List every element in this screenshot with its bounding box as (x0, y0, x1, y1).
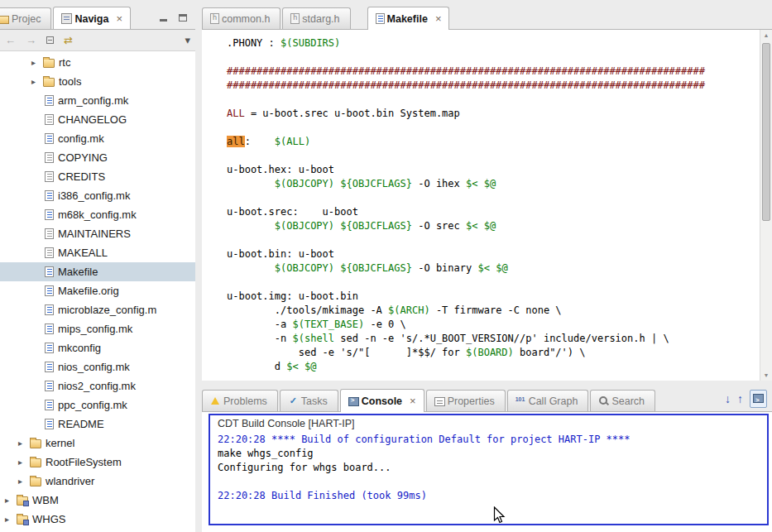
tree-item-wbm[interactable]: ▸WBM (0, 491, 195, 510)
collapsed-arrow-icon[interactable]: ▸ (18, 458, 30, 467)
forward-icon[interactable]: → (26, 34, 36, 46)
close-icon[interactable]: × (410, 396, 416, 406)
tree-item-config-mk[interactable]: config.mk (0, 129, 195, 148)
tree-item-label: README (58, 418, 104, 430)
view-tab-search[interactable]: Search (590, 390, 655, 411)
tasks-icon (288, 395, 299, 406)
code-line (227, 149, 772, 163)
code-line: -a $(TEXT_BASE) -e 0 \ (227, 318, 772, 332)
collapsed-arrow-icon[interactable]: ▸ (18, 477, 30, 486)
tree-item-microblaze-config-m[interactable]: microblaze_config.m (0, 300, 195, 319)
makefile-icon (376, 13, 385, 24)
minimize-button[interactable] (157, 12, 169, 23)
view-tab-tasks[interactable]: Tasks (280, 390, 338, 411)
tree-item-rtc[interactable]: ▸rtc (0, 53, 195, 72)
back-icon[interactable]: ← (5, 34, 16, 46)
tree-item-label: mkconfig (58, 342, 101, 354)
collapsed-arrow-icon[interactable]: ▸ (5, 496, 17, 505)
tree-item-credits[interactable]: CREDITS (0, 167, 195, 186)
scrollbar-thumb[interactable] (762, 43, 770, 221)
tree-item-tools[interactable]: ▸tools (0, 72, 195, 91)
tree-item-nios-config-mk[interactable]: nios_config.mk (0, 357, 195, 376)
collapsed-arrow-icon[interactable]: ▸ (5, 515, 17, 524)
make-icon (45, 419, 54, 429)
editor-area: common.hstdarg.hMakefile× .PHONY : $(SUB… (202, 0, 772, 532)
tree-item-readme[interactable]: README (0, 415, 195, 434)
text-icon (45, 114, 54, 125)
tree-item-makefile[interactable]: Makefile (0, 262, 195, 281)
tree-item-label: MAKEALL (58, 247, 108, 259)
editor-tab-stdarg-h[interactable]: stdarg.h (282, 7, 350, 29)
text-icon (45, 247, 54, 258)
view-tab-naviga[interactable]: Naviga× (53, 7, 131, 30)
collapse-all-icon[interactable] (46, 34, 54, 46)
view-tab-console[interactable]: Console× (340, 389, 424, 412)
tree-item-label: Makefile.orig (58, 285, 119, 297)
display-selected-console-icon[interactable] (750, 390, 767, 408)
tree-item-label: rtc (59, 56, 70, 69)
view-tab-properties[interactable]: Properties (426, 390, 506, 411)
tree-item-changelog[interactable]: CHANGELOG (0, 110, 195, 129)
close-icon[interactable]: × (116, 14, 122, 24)
tree-item-m68k-config-mk[interactable]: m68k_config.mk (0, 205, 195, 224)
tree-item-makefile-orig[interactable]: Makefile.orig (0, 281, 195, 300)
tree-item-arm-config-mk[interactable]: arm_config.mk (0, 91, 195, 110)
code-line: u-boot.srec: u-boot (227, 205, 772, 219)
tab-label: Naviga (74, 13, 108, 25)
tree-item-i386-config-mk[interactable]: i386_config.mk (0, 186, 195, 205)
scroll-up-icon[interactable]: ↑ (737, 391, 743, 406)
text-icon (45, 171, 54, 182)
vertical-sash[interactable] (195, 0, 202, 532)
editor-scrollbar[interactable]: ▲ ▼ (760, 30, 772, 381)
console-line: make whgs_config (218, 447, 760, 461)
tree-item-wlandriver[interactable]: ▸wlandriver (0, 472, 195, 491)
tree-item-label: RootFileSystem (46, 456, 122, 468)
code-line: u-boot.hex: u-boot (227, 163, 772, 177)
tab-label: Search (611, 395, 645, 407)
code-line (227, 276, 772, 290)
code-line: $(OBJCOPY) ${OBJCFLAGS} -O srec $< $@ (227, 219, 772, 233)
tree-item-makeall[interactable]: MAKEALL (0, 243, 195, 262)
view-tab-projec[interactable]: Projec (0, 7, 51, 29)
console-line (218, 475, 760, 489)
make-icon (45, 381, 54, 391)
code-line: u-boot.bin: u-boot (227, 247, 772, 261)
folder-icon (30, 477, 41, 486)
console-output[interactable]: CDT Build Console [HART-IP] 22:20:28 ***… (209, 414, 769, 525)
make-icon (45, 304, 54, 315)
tree-item-label: COPYING (58, 151, 108, 164)
tree-item-mips-config-mk[interactable]: mips_config.mk (0, 319, 195, 338)
tree-item-kernel[interactable]: ▸kernel (0, 434, 195, 453)
collapsed-arrow-icon[interactable]: ▸ (31, 77, 43, 86)
tree-item-maintainers[interactable]: MAINTAINERS (0, 224, 195, 243)
tree-item-rootfilesystem[interactable]: ▸RootFileSystem (0, 453, 195, 472)
view-tab-call-graph[interactable]: Call Graph (507, 390, 589, 411)
editor-tab-common-h[interactable]: common.h (202, 7, 281, 29)
collapsed-arrow-icon[interactable]: ▸ (31, 58, 43, 67)
horizontal-sash[interactable] (202, 381, 772, 389)
tree-item-label: WHGS (32, 513, 65, 525)
collapsed-arrow-icon[interactable]: ▸ (18, 439, 30, 448)
link-editor-icon[interactable]: ⇄ (64, 34, 73, 46)
tree-item-copying[interactable]: COPYING (0, 148, 195, 167)
editor-tab-makefile[interactable]: Makefile× (367, 7, 450, 30)
tree-item-mkconfig[interactable]: mkconfig (0, 338, 195, 357)
text-icon (45, 152, 54, 163)
scrollbar-up-icon[interactable]: ▲ (760, 30, 772, 41)
hfile-icon (210, 13, 219, 24)
tree-item-ppc-config-mk[interactable]: ppc_config.mk (0, 395, 195, 415)
view-menu-icon[interactable]: ▾ (185, 34, 190, 46)
tree-item-whgs[interactable]: ▸WHGS (0, 510, 195, 529)
tree-item-nios2-config-mk[interactable]: nios2_config.mk (0, 376, 195, 395)
left-tabstrip: ProjecNaviga× (0, 0, 195, 30)
tree-item-label: m68k_config.mk (58, 208, 137, 221)
scrollbar-down-icon[interactable]: ▼ (760, 370, 772, 381)
tree-item-label: microblaze_config.m (58, 304, 156, 316)
view-tab-problems[interactable]: Problems (202, 390, 278, 411)
close-icon[interactable]: × (435, 14, 442, 24)
scroll-down-icon[interactable]: ↓ (725, 391, 731, 406)
text-icon (45, 228, 54, 239)
tree-item-label: tools (59, 75, 81, 88)
code-editor[interactable]: .PHONY : $(SUBDIRS) ####################… (202, 30, 772, 381)
maximize-button[interactable] (177, 12, 189, 23)
